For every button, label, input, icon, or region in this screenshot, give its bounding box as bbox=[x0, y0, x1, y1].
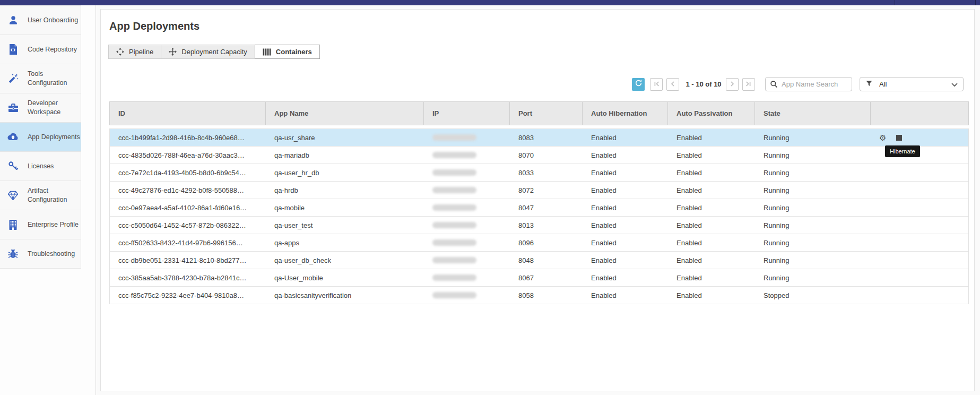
filter-dropdown[interactable]: All bbox=[860, 77, 964, 91]
cell-auto-passivation: Enabled bbox=[668, 269, 755, 286]
cell-id: ccc-1b499fa1-2d98-416b-8c4b-960e68… bbox=[110, 129, 266, 146]
user-icon bbox=[7, 14, 19, 26]
columns-icon bbox=[263, 48, 271, 56]
col-header-port: Port bbox=[510, 102, 583, 125]
table-row[interactable]: ccc-49c27876-ed1c-4292-b0f8-550588… qa-h… bbox=[110, 182, 968, 199]
cell-auto-passivation: Enabled bbox=[668, 147, 755, 164]
search-input[interactable] bbox=[765, 77, 852, 91]
cell-app-name: qa-hrdb bbox=[266, 182, 424, 199]
sidebar-item-enterprise-profile[interactable]: Enterprise Profile bbox=[0, 210, 81, 239]
cell-id: ccc-0e97aea4-a5af-4102-86a1-fd60e16… bbox=[110, 199, 266, 216]
cell-port: 8072 bbox=[510, 182, 583, 199]
sidebar-item-tools-configuration[interactable]: Tools Configuration bbox=[0, 64, 81, 93]
main-area: App Deployments Pipeline Deployment Capa… bbox=[96, 5, 980, 395]
cell-auto-hibernation: Enabled bbox=[583, 129, 668, 146]
cell-id: ccc-ff502633-8432-41d4-97b6-996156… bbox=[110, 234, 266, 251]
table-row[interactable]: ccc-c5050d64-1452-4c57-872b-086322… qa-u… bbox=[110, 217, 968, 234]
table-row[interactable]: ccc-f85c75c2-9232-4ee7-b404-9810a8… qa-b… bbox=[110, 287, 968, 304]
cell-actions bbox=[871, 182, 968, 199]
code-file-icon bbox=[7, 44, 19, 55]
table-row[interactable]: ccc-7e72c1da-4193-4b05-b8d0-6b9c54… qa-u… bbox=[110, 164, 968, 182]
cell-auto-hibernation: Enabled bbox=[583, 287, 668, 304]
table-row[interactable]: ccc-ff502633-8432-41d4-97b6-996156… qa-a… bbox=[110, 234, 968, 252]
cell-ip bbox=[424, 217, 510, 234]
cell-auto-passivation: Enabled bbox=[668, 252, 755, 269]
first-page-button[interactable] bbox=[650, 78, 663, 91]
stop-square-icon[interactable] bbox=[896, 135, 902, 141]
cell-port: 8058 bbox=[510, 287, 583, 304]
cell-id: ccc-385aa5ab-3788-4230-b78a-b2841c… bbox=[110, 269, 266, 286]
cell-auto-passivation: Enabled bbox=[668, 217, 755, 234]
redacted-ip-value bbox=[432, 204, 476, 211]
cell-auto-passivation: Enabled bbox=[668, 164, 755, 181]
cell-app-name: qa-basicsanityverification bbox=[266, 287, 424, 304]
table-row[interactable]: ccc-0e97aea4-a5af-4102-86a1-fd60e16… qa-… bbox=[110, 199, 968, 217]
cell-actions bbox=[871, 287, 968, 304]
cell-ip bbox=[424, 199, 510, 216]
content-card: App Deployments Pipeline Deployment Capa… bbox=[100, 9, 975, 391]
sidebar-item-troubleshooting[interactable]: Troubleshooting bbox=[0, 239, 81, 269]
redacted-ip-value bbox=[432, 134, 476, 141]
cell-auto-passivation: Enabled bbox=[668, 199, 755, 216]
refresh-button[interactable] bbox=[632, 78, 645, 91]
cell-app-name: qa-user_db_check bbox=[266, 252, 424, 269]
col-header-app-name: App Name bbox=[266, 102, 424, 125]
cell-ip bbox=[424, 234, 510, 251]
hibernate-tooltip: Hibernate bbox=[885, 145, 920, 157]
cell-app-name: qa-User_mobile bbox=[266, 269, 424, 286]
cell-actions bbox=[871, 234, 968, 251]
sidebar-item-developer-workspace[interactable]: Developer Workspace bbox=[0, 93, 81, 123]
tab-containers[interactable]: Containers bbox=[255, 45, 320, 59]
sidebar-item-artifact-configuration[interactable]: Artifact Configuration bbox=[0, 181, 81, 210]
sidebar-item-user-onboarding[interactable]: User Onboarding bbox=[0, 6, 81, 35]
cell-port: 8070 bbox=[510, 147, 583, 164]
cell-id: ccc-db9be051-2331-4121-8c10-8bd277… bbox=[110, 252, 266, 269]
sidebar-item-code-repository[interactable]: Code Repository bbox=[0, 35, 81, 64]
cell-port: 8047 bbox=[510, 199, 583, 216]
cell-app-name: qa-user_hr_db bbox=[266, 164, 424, 181]
tab-deployment-capacity[interactable]: Deployment Capacity bbox=[161, 45, 255, 59]
gear-icon[interactable]: ⚙ bbox=[879, 134, 886, 142]
last-page-button[interactable] bbox=[742, 78, 755, 91]
first-page-icon bbox=[653, 80, 660, 89]
diamond-icon bbox=[7, 190, 19, 201]
chevron-down-icon bbox=[951, 80, 958, 89]
sidebar: User Onboarding Code Repository Tools Co… bbox=[0, 5, 96, 395]
table-row[interactable]: ccc-385aa5ab-3788-4230-b78a-b2841c… qa-U… bbox=[110, 269, 968, 287]
cell-ip bbox=[424, 287, 510, 304]
col-header-auto-hibernation: Auto Hibernation bbox=[583, 102, 668, 125]
key-icon bbox=[7, 160, 19, 172]
app-window: User Onboarding Code Repository Tools Co… bbox=[0, 0, 980, 395]
redacted-ip-value bbox=[432, 222, 476, 228]
cell-port: 8083 bbox=[510, 129, 583, 146]
cloud-upload-icon bbox=[7, 131, 19, 143]
tab-pipeline[interactable]: Pipeline bbox=[108, 45, 161, 59]
next-page-button[interactable] bbox=[726, 78, 739, 91]
col-header-ip: IP bbox=[424, 102, 510, 125]
table-toolbar: 1 - 10 of 10 bbox=[101, 77, 964, 91]
prev-page-button[interactable] bbox=[666, 78, 679, 91]
magic-wand-icon bbox=[7, 73, 19, 84]
redacted-ip-value bbox=[432, 292, 476, 298]
cell-auto-hibernation: Enabled bbox=[583, 252, 668, 269]
cell-auto-passivation: Enabled bbox=[668, 182, 755, 199]
sidebar-item-app-deployments[interactable]: App Deployments bbox=[0, 123, 81, 152]
cell-app-name: qa-user_test bbox=[266, 217, 424, 234]
move-icon bbox=[169, 48, 177, 56]
filter-funnel-icon bbox=[865, 80, 873, 89]
table-row[interactable]: ccc-4835d026-788f-46ea-a76d-30aac3… qa-m… bbox=[110, 147, 968, 164]
app-name-search bbox=[765, 77, 852, 91]
cell-id: ccc-7e72c1da-4193-4b05-b8d0-6b9c54… bbox=[110, 164, 266, 181]
redacted-ip-value bbox=[432, 274, 476, 281]
cell-auto-passivation: Enabled bbox=[668, 129, 755, 146]
table-row[interactable]: ccc-db9be051-2331-4121-8c10-8bd277… qa-u… bbox=[110, 252, 968, 269]
last-page-icon bbox=[745, 80, 752, 89]
cell-id: ccc-4835d026-788f-46ea-a76d-30aac3… bbox=[110, 147, 266, 164]
col-header-auto-passivation: Auto Passivation bbox=[668, 102, 755, 125]
sidebar-item-licenses[interactable]: Licenses bbox=[0, 152, 81, 181]
cell-state: Running bbox=[755, 217, 871, 234]
table-row[interactable]: ccc-1b499fa1-2d98-416b-8c4b-960e68… qa-u… bbox=[110, 129, 968, 147]
cell-app-name: qa-usr_share bbox=[266, 129, 424, 146]
cell-actions bbox=[871, 269, 968, 286]
cell-auto-hibernation: Enabled bbox=[583, 269, 668, 286]
